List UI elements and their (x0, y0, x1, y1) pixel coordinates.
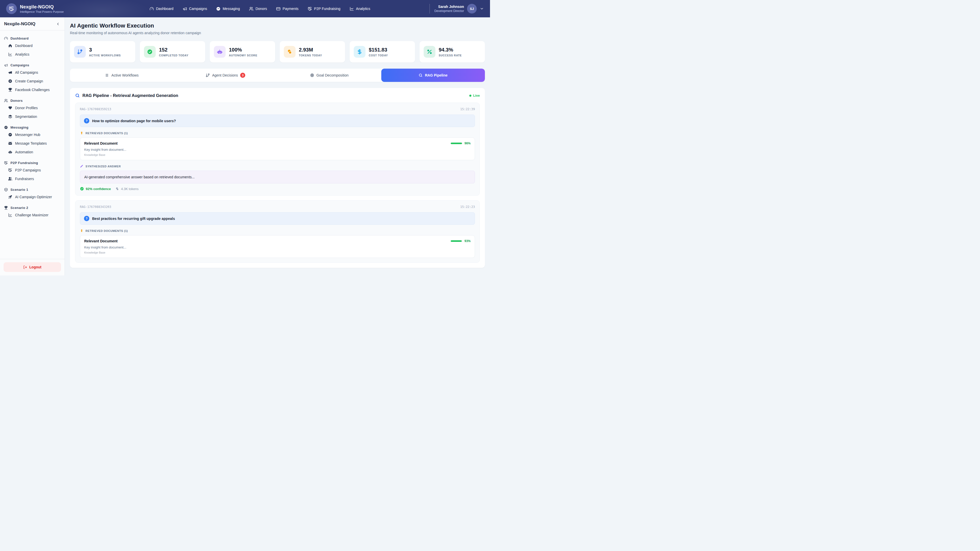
rocket-icon (8, 195, 12, 199)
section-label: Messaging (11, 125, 29, 129)
confidence-indicator: 92% confidence (80, 187, 111, 191)
logout-button[interactable]: Logout (3, 262, 61, 272)
rag-entry-time: 15:22:23 (460, 205, 475, 209)
sidebar-item-create-campaign[interactable]: Create Campaign (3, 77, 61, 86)
tab-agent-decisions[interactable]: Agent Decisions 3 (174, 68, 278, 82)
document-title: Relevant Document (84, 239, 118, 243)
stat-card-success-rate: 94.3% SUCCESS RATE (420, 41, 485, 62)
tab-label: RAG Pipeline (425, 73, 448, 77)
coins-icon (115, 187, 119, 191)
topnav-item-messaging[interactable]: Messaging (216, 6, 240, 11)
tab-rag-pipeline[interactable]: RAG Pipeline (381, 68, 485, 82)
rag-entry: RAG-1767088343203 15:22:23 ? Best practi… (75, 200, 480, 263)
divider (430, 4, 430, 14)
messenger-icon (8, 133, 12, 137)
sidebar-collapse-button[interactable] (56, 21, 60, 27)
item-label: Message Templates (15, 141, 47, 145)
topnav-label: Donors (256, 6, 267, 11)
stat-value: 94.3% (439, 47, 462, 53)
target-icon (310, 73, 314, 77)
chevron-down-icon[interactable] (480, 6, 484, 11)
retrieved-documents-label: RETRIEVED DOCUMENTS (1) (80, 229, 475, 233)
sidebar-item-dashboard[interactable]: Dashboard (3, 41, 61, 50)
sidebar-item-challenge-maximizer[interactable]: Challenge Maximizer (3, 211, 61, 219)
sidebar-section-scenario-2: Scenario 2 (3, 205, 61, 211)
topnav-item-dashboard[interactable]: Dashboard (150, 6, 173, 11)
users-icon (8, 177, 12, 181)
section-label: Donors (11, 99, 23, 103)
handshake-icon (8, 168, 12, 172)
workflow-icon (74, 46, 86, 58)
sidebar-item-message-templates[interactable]: Message Templates (3, 139, 61, 148)
sidebar-item-ai-campaign-optimizer[interactable]: AI Campaign Optimizer (3, 192, 61, 201)
sidebar-item-facebook-challenges[interactable]: Facebook Challenges (3, 86, 61, 94)
relevance-progress-bar (451, 240, 463, 242)
user-name: Sarah Johnson (434, 5, 464, 9)
item-label: Facebook Challenges (15, 88, 49, 92)
trophy-icon (8, 88, 12, 92)
megaphone-icon (4, 63, 8, 67)
percent-icon (424, 46, 435, 58)
stat-card-tokens-today: 2.93M TOKENS TODAY (280, 41, 345, 62)
sidebar-item-segmentation[interactable]: Segmentation (3, 112, 61, 121)
handshake-icon (4, 161, 8, 165)
heart-icon (8, 106, 12, 110)
database-icon (80, 131, 83, 135)
rag-pipeline-panel: RAG Pipeline - Retrieval Augmented Gener… (70, 88, 485, 268)
topnav-item-campaigns[interactable]: Campaigns (183, 6, 207, 11)
sidebar-item-messenger-hub[interactable]: Messenger Hub (3, 130, 61, 139)
top-navigation-bar: Nexgile-NGOIQ Intelligence That Powers P… (0, 0, 490, 17)
topnav-item-p2p-fundraising[interactable]: P2P Fundraising (308, 6, 340, 11)
tab-goal-decomposition[interactable]: Goal Decomposition (277, 68, 381, 82)
coins-icon (284, 46, 296, 58)
users-icon (249, 6, 253, 11)
stat-value: 2.93M (299, 47, 322, 53)
user-menu[interactable]: Sarah Johnson Development Director SJ (430, 4, 484, 14)
item-label: Challenge Maximizer (15, 213, 48, 217)
tab-active-workflows[interactable]: Active Workflows (70, 68, 174, 82)
topnav-item-payments[interactable]: Payments (276, 6, 298, 11)
sidebar-item-all-campaigns[interactable]: All Campaigns (3, 68, 61, 77)
stat-label: ACTIVE WORKFLOWS (89, 54, 121, 57)
sidebar-item-automation[interactable]: Automation (3, 148, 61, 156)
check-circle-icon (144, 46, 156, 58)
topnav-label: Campaigns (189, 6, 207, 11)
item-label: AI Campaign Optimizer (15, 195, 52, 199)
document-source: Knowledge Base (84, 251, 471, 254)
home-icon (8, 44, 12, 48)
relevance-progress-bar (451, 143, 463, 144)
section-label: Scenario 1 (11, 188, 28, 192)
stat-label: SUCCESS RATE (439, 54, 462, 57)
topnav-label: P2P Fundraising (314, 6, 340, 11)
rag-entry-id: RAG-1767088359213 (80, 107, 111, 111)
chart-line-icon (350, 6, 354, 11)
messenger-icon (4, 125, 8, 129)
stat-label: TOKENS TODAY (299, 54, 322, 57)
relevance-indicator: 96% (451, 141, 471, 145)
relevance-percent: 96% (465, 141, 471, 145)
brand-tagline: Intelligence That Powers Purpose (20, 10, 64, 13)
brand-logo-handshake-icon (6, 3, 17, 14)
item-label: Fundraisers (15, 177, 34, 181)
credit-card-icon (276, 6, 280, 11)
sidebar-item-p2p-campaigns[interactable]: P2P Campaigns (3, 166, 61, 175)
sidebar-item-donor-profiles[interactable]: Donor Profiles (3, 103, 61, 112)
topnav-item-donors[interactable]: Donors (249, 6, 267, 11)
live-dot-icon (469, 95, 471, 97)
section-label: Dashboard (11, 37, 29, 40)
item-label: Messenger Hub (15, 133, 40, 137)
avatar[interactable]: SJ (467, 4, 477, 14)
topnav-item-analytics[interactable]: Analytics (350, 6, 370, 11)
item-label: Create Campaign (15, 79, 43, 83)
sidebar-item-fundraisers[interactable]: Fundraisers (3, 175, 61, 183)
sidebar-section-dashboard: Dashboard (3, 35, 61, 41)
stat-value: 152 (159, 47, 188, 53)
brand-name: Nexgile-NGOIQ (20, 4, 64, 10)
item-label: Dashboard (15, 44, 33, 48)
sidebar-item-analytics[interactable]: Analytics (3, 50, 61, 59)
stat-label: COMPLETED TODAY (159, 54, 188, 57)
stats-row: 3 ACTIVE WORKFLOWS 152 COMPLETED TODAY 1… (70, 41, 485, 62)
search-icon (75, 93, 80, 98)
sidebar-section-campaigns: Campaigns (3, 62, 61, 68)
question-mark-icon: ? (84, 216, 89, 221)
